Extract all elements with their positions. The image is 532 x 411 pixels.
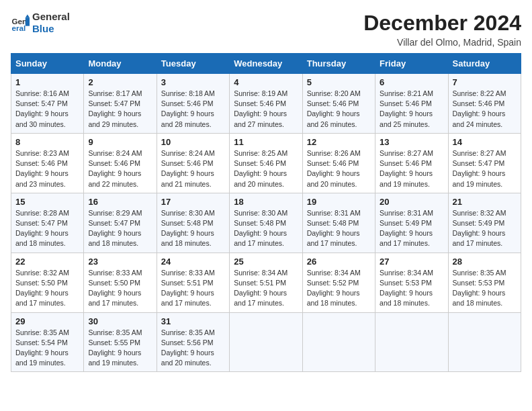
day-number: 30 (88, 316, 152, 326)
day-info: Sunrise: 8:35 AMSunset: 5:53 PMDaylight:… (453, 269, 506, 308)
day-number: 21 (453, 197, 517, 207)
day-number: 16 (88, 197, 152, 207)
day-info: Sunrise: 8:27 AMSunset: 5:46 PMDaylight:… (380, 149, 433, 188)
calendar-cell: 14Sunrise: 8:27 AMSunset: 5:47 PMDayligh… (448, 133, 521, 193)
day-number: 26 (307, 257, 371, 267)
day-info: Sunrise: 8:34 AMSunset: 5:51 PMDaylight:… (234, 269, 287, 308)
day-number: 13 (380, 137, 443, 147)
calendar-cell: 5Sunrise: 8:20 AMSunset: 5:46 PMDaylight… (302, 74, 375, 134)
day-number: 11 (234, 137, 298, 147)
day-number: 8 (15, 137, 79, 147)
header-tuesday: Tuesday (157, 54, 229, 74)
calendar-cell: 9Sunrise: 8:24 AMSunset: 5:46 PMDaylight… (84, 133, 157, 193)
location-subtitle: Villar del Olmo, Madrid, Spain (363, 37, 521, 48)
day-number: 29 (15, 316, 79, 326)
calendar-cell: 4Sunrise: 8:19 AMSunset: 5:46 PMDaylight… (230, 74, 302, 134)
day-info: Sunrise: 8:27 AMSunset: 5:47 PMDaylight:… (453, 149, 506, 188)
calendar-cell: 20Sunrise: 8:31 AMSunset: 5:49 PMDayligh… (375, 193, 448, 253)
logo-icon: Gen eral (11, 13, 30, 32)
calendar-cell: 15Sunrise: 8:28 AMSunset: 5:47 PMDayligh… (11, 193, 84, 253)
day-number: 14 (453, 137, 517, 147)
day-number: 5 (307, 77, 371, 87)
calendar-cell: 12Sunrise: 8:26 AMSunset: 5:46 PMDayligh… (302, 133, 375, 193)
day-info: Sunrise: 8:33 AMSunset: 5:50 PMDaylight:… (88, 269, 142, 308)
calendar-cell (375, 312, 448, 372)
day-info: Sunrise: 8:19 AMSunset: 5:46 PMDaylight:… (234, 89, 287, 128)
day-info: Sunrise: 8:33 AMSunset: 5:51 PMDaylight:… (161, 269, 215, 308)
svg-text:eral: eral (12, 24, 26, 32)
page-header: Gen eral General Blue December 2024 Vill… (11, 11, 521, 48)
day-info: Sunrise: 8:23 AMSunset: 5:46 PMDaylight:… (15, 149, 69, 188)
header-monday: Monday (84, 54, 157, 74)
day-number: 24 (161, 257, 225, 267)
day-number: 4 (234, 77, 298, 87)
day-number: 23 (88, 257, 152, 267)
day-number: 2 (88, 77, 152, 87)
day-number: 7 (453, 77, 517, 87)
day-info: Sunrise: 8:18 AMSunset: 5:46 PMDaylight:… (161, 89, 215, 128)
calendar-cell: 7Sunrise: 8:22 AMSunset: 5:46 PMDaylight… (448, 74, 521, 134)
day-info: Sunrise: 8:29 AMSunset: 5:47 PMDaylight:… (88, 209, 142, 248)
calendar-week-row-1: 1Sunrise: 8:16 AMSunset: 5:47 PMDaylight… (11, 74, 521, 134)
day-info: Sunrise: 8:16 AMSunset: 5:47 PMDaylight:… (15, 89, 69, 128)
calendar-cell: 3Sunrise: 8:18 AMSunset: 5:46 PMDaylight… (157, 74, 229, 134)
day-info: Sunrise: 8:31 AMSunset: 5:49 PMDaylight:… (380, 209, 433, 248)
calendar-cell: 22Sunrise: 8:32 AMSunset: 5:50 PMDayligh… (11, 253, 84, 312)
day-info: Sunrise: 8:35 AMSunset: 5:55 PMDaylight:… (88, 328, 142, 367)
day-info: Sunrise: 8:31 AMSunset: 5:48 PMDaylight:… (307, 209, 361, 248)
calendar-cell (302, 312, 375, 372)
calendar-cell: 29Sunrise: 8:35 AMSunset: 5:54 PMDayligh… (11, 312, 84, 372)
calendar-week-row-3: 15Sunrise: 8:28 AMSunset: 5:47 PMDayligh… (11, 193, 521, 253)
calendar-cell: 25Sunrise: 8:34 AMSunset: 5:51 PMDayligh… (230, 253, 302, 312)
calendar-cell (230, 312, 302, 372)
day-number: 18 (234, 197, 298, 207)
calendar-header-row: Sunday Monday Tuesday Wednesday Thursday… (11, 54, 521, 74)
header-sunday: Sunday (11, 54, 84, 74)
day-info: Sunrise: 8:35 AMSunset: 5:54 PMDaylight:… (15, 328, 69, 367)
day-number: 25 (234, 257, 298, 267)
day-info: Sunrise: 8:34 AMSunset: 5:52 PMDaylight:… (307, 269, 361, 308)
calendar-cell: 19Sunrise: 8:31 AMSunset: 5:48 PMDayligh… (302, 193, 375, 253)
day-number: 3 (161, 77, 225, 87)
day-info: Sunrise: 8:35 AMSunset: 5:56 PMDaylight:… (161, 328, 215, 367)
logo-line2: Blue (32, 23, 70, 35)
calendar-cell: 17Sunrise: 8:30 AMSunset: 5:48 PMDayligh… (157, 193, 229, 253)
day-info: Sunrise: 8:28 AMSunset: 5:47 PMDaylight:… (15, 209, 69, 248)
day-info: Sunrise: 8:20 AMSunset: 5:46 PMDaylight:… (307, 89, 361, 128)
day-number: 27 (380, 257, 443, 267)
day-number: 10 (161, 137, 225, 147)
day-info: Sunrise: 8:21 AMSunset: 5:46 PMDaylight:… (380, 89, 433, 128)
day-info: Sunrise: 8:17 AMSunset: 5:47 PMDaylight:… (88, 89, 142, 128)
calendar-cell: 6Sunrise: 8:21 AMSunset: 5:46 PMDaylight… (375, 74, 448, 134)
calendar-cell: 2Sunrise: 8:17 AMSunset: 5:47 PMDaylight… (84, 74, 157, 134)
day-number: 20 (380, 197, 443, 207)
day-number: 6 (380, 77, 443, 87)
calendar-cell: 21Sunrise: 8:32 AMSunset: 5:49 PMDayligh… (448, 193, 521, 253)
day-info: Sunrise: 8:25 AMSunset: 5:46 PMDaylight:… (234, 149, 287, 188)
day-info: Sunrise: 8:32 AMSunset: 5:50 PMDaylight:… (15, 269, 69, 308)
header-saturday: Saturday (448, 54, 521, 74)
day-number: 15 (15, 197, 79, 207)
header-thursday: Thursday (302, 54, 375, 74)
day-number: 22 (15, 257, 79, 267)
day-number: 1 (15, 77, 79, 87)
calendar-cell: 13Sunrise: 8:27 AMSunset: 5:46 PMDayligh… (375, 133, 448, 193)
calendar-cell: 23Sunrise: 8:33 AMSunset: 5:50 PMDayligh… (84, 253, 157, 312)
calendar-week-row-5: 29Sunrise: 8:35 AMSunset: 5:54 PMDayligh… (11, 312, 521, 372)
calendar-week-row-4: 22Sunrise: 8:32 AMSunset: 5:50 PMDayligh… (11, 253, 521, 312)
calendar-cell: 28Sunrise: 8:35 AMSunset: 5:53 PMDayligh… (448, 253, 521, 312)
day-number: 31 (161, 316, 225, 326)
calendar-cell: 10Sunrise: 8:24 AMSunset: 5:46 PMDayligh… (157, 133, 229, 193)
svg-rect-3 (26, 17, 30, 26)
day-number: 12 (307, 137, 371, 147)
header-friday: Friday (375, 54, 448, 74)
month-title: December 2024 (363, 11, 521, 36)
day-info: Sunrise: 8:24 AMSunset: 5:46 PMDaylight:… (161, 149, 215, 188)
day-number: 19 (307, 197, 371, 207)
day-info: Sunrise: 8:30 AMSunset: 5:48 PMDaylight:… (161, 209, 215, 248)
day-info: Sunrise: 8:22 AMSunset: 5:46 PMDaylight:… (453, 89, 506, 128)
day-info: Sunrise: 8:26 AMSunset: 5:46 PMDaylight:… (307, 149, 361, 188)
calendar-cell (448, 312, 521, 372)
calendar-cell: 26Sunrise: 8:34 AMSunset: 5:52 PMDayligh… (302, 253, 375, 312)
calendar-cell: 24Sunrise: 8:33 AMSunset: 5:51 PMDayligh… (157, 253, 229, 312)
